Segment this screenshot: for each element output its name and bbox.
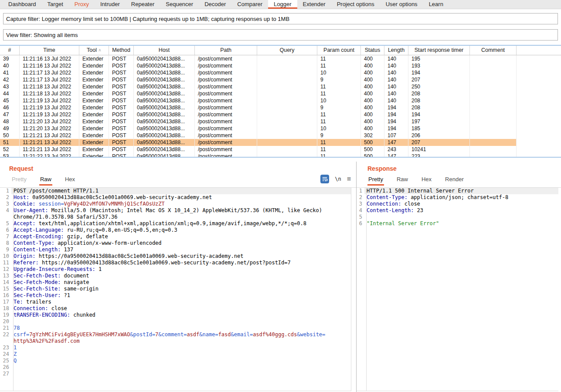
table-row[interactable]: 3911:21:16 13 Jul 2022ExtenderPOST0a9500… <box>0 55 561 62</box>
editor-line: 5 <box>357 214 558 220</box>
column-header-param-count[interactable]: Param count <box>317 46 361 55</box>
logger-table: #TimeTool˄MethodHostPathQueryParam count… <box>0 45 561 158</box>
table-row[interactable]: 4411:21:18 13 Jul 2022ExtenderPOST0a9500… <box>0 90 561 97</box>
column-header--[interactable]: # <box>0 46 20 55</box>
tab-logger[interactable]: Logger <box>268 0 297 9</box>
response-tab-raw[interactable]: Raw <box>396 175 409 186</box>
newline-icon[interactable]: \n <box>335 176 341 182</box>
response-tabs: PrettyRawHexRender <box>367 175 556 186</box>
column-header-comment[interactable]: Comment <box>470 46 517 55</box>
view-filter-bar[interactable]: View filter: Showing all items <box>3 29 558 41</box>
cell-start-response-timer: 206 <box>408 132 470 139</box>
cell--: 44 <box>0 90 20 97</box>
column-header-host[interactable]: Host <box>134 46 195 55</box>
tab-extender[interactable]: Extender <box>297 0 331 9</box>
cell-query <box>257 69 317 76</box>
table-row[interactable]: 5011:21:21 13 Jul 2022ExtenderPOST0a9500… <box>0 132 561 139</box>
line-content: "Internal Server Error" <box>364 220 558 227</box>
editor-line: 27 <box>0 371 351 377</box>
line-number: 20 <box>0 318 11 325</box>
cell-path: /post/comment <box>195 90 257 97</box>
line-number: 4 <box>0 207 11 214</box>
tab-sequencer[interactable]: Sequencer <box>160 0 199 9</box>
tab-dashboard[interactable]: Dashboard <box>3 0 42 9</box>
request-tab-raw[interactable]: Raw <box>39 175 52 186</box>
code-segment: application/json; charset=utf-8 <box>408 194 508 200</box>
table-row[interactable]: 4111:21:17 13 Jul 2022ExtenderPOST0a9500… <box>0 69 561 76</box>
cell-tool: Extender <box>79 90 109 97</box>
cell-filler <box>517 153 561 157</box>
cell-path: /post/comment <box>195 97 257 104</box>
request-tab-pretty[interactable]: Pretty <box>11 175 27 186</box>
table-row[interactable]: 4611:21:19 13 Jul 2022ExtenderPOST0a9500… <box>0 104 561 111</box>
response-tab-render[interactable]: Render <box>444 175 465 186</box>
table-row[interactable]: 4211:21:17 13 Jul 2022ExtenderPOST0a9500… <box>0 76 561 83</box>
table-row[interactable]: 5311:21:22 13 Jul 2022ExtenderPOST0a9500… <box>0 153 561 157</box>
table-row[interactable]: 4511:21:19 13 Jul 2022ExtenderPOST0a9500… <box>0 97 561 104</box>
cell-comment <box>470 104 517 111</box>
line-content: Accept-Encoding: gzip, deflate <box>11 233 351 240</box>
table-row[interactable]: 4711:21:19 13 Jul 2022ExtenderPOST0a9500… <box>0 111 561 118</box>
response-editor[interactable]: 1HTTP/1.1 500 Internal Server Error2Cont… <box>357 188 558 391</box>
tab-learn[interactable]: Learn <box>423 0 449 9</box>
table-row[interactable]: 4311:21:18 13 Jul 2022ExtenderPOST0a9500… <box>0 83 561 90</box>
column-header-start-response-timer[interactable]: Start response timer <box>408 46 470 55</box>
request-editor[interactable]: 1POST /post/comment HTTP/1.12Host: 0a950… <box>0 188 351 391</box>
code-segment: Z <box>14 351 17 357</box>
editor-line: 1HTTP/1.1 500 Internal Server Error <box>357 188 558 194</box>
table-row[interactable]: 4811:21:20 13 Jul 2022ExtenderPOST0a9500… <box>0 118 561 125</box>
capture-filter-bar[interactable]: Capture filter: Logger memory limit set … <box>3 13 558 24</box>
request-panel-title: Request <box>9 165 356 172</box>
cell-host: 0a9500020413d88... <box>134 69 195 76</box>
tab-comparer[interactable]: Comparer <box>231 0 268 9</box>
tab-proxy[interactable]: Proxy <box>69 0 95 9</box>
code-segment: Connection: <box>14 305 48 311</box>
cell-status: 400 <box>361 76 384 83</box>
cell-host: 0a9500020413d88... <box>134 62 195 69</box>
code-segment: &name= <box>199 331 218 338</box>
table-row[interactable]: 4011:21:16 13 Jul 2022ExtenderPOST0a9500… <box>0 62 561 69</box>
table-body: 3911:21:16 13 Jul 2022ExtenderPOST0a9500… <box>0 55 561 157</box>
capture-filter-text: Capture filter: Logger memory limit set … <box>6 16 289 22</box>
code-segment: same-origin <box>61 286 99 292</box>
table-row[interactable]: 5111:21:21 13 Jul 2022ExtenderPOST0a9500… <box>0 139 561 146</box>
tab-user-options[interactable]: User options <box>380 0 423 9</box>
cell-query <box>257 104 317 111</box>
tab-decoder[interactable]: Decoder <box>199 0 231 9</box>
code-segment: VgFWy4D2vMfON7vMNMhjQ1ScfAOsUzZT <box>64 201 165 207</box>
cell-time: 11:21:18 13 Jul 2022 <box>20 83 79 90</box>
column-header-query[interactable]: Query <box>257 46 317 55</box>
line-number: 4 <box>357 207 364 214</box>
cell--: 45 <box>0 97 20 104</box>
line-number: 14 <box>0 279 11 286</box>
table-row[interactable]: 5211:21:21 13 Jul 2022ExtenderPOST0a9500… <box>0 146 561 153</box>
editor-menu-icon[interactable]: ≡ <box>347 176 351 182</box>
code-segment: Chrome/71.0.3578.98 Safari/537.36 <box>14 214 117 220</box>
cell-host: 0a9500020413d88... <box>134 139 195 146</box>
tab-target[interactable]: Target <box>42 0 69 9</box>
tab-intruder[interactable]: Intruder <box>95 0 126 9</box>
cell-comment <box>470 55 517 62</box>
word-wrap-icon[interactable] <box>320 175 329 183</box>
table-row[interactable]: 4911:21:20 13 Jul 2022ExtenderPOST0a9500… <box>0 125 561 132</box>
line-number: 7 <box>0 233 11 240</box>
cell-tool: Extender <box>79 62 109 69</box>
tab-repeater[interactable]: Repeater <box>126 0 160 9</box>
cell-path: /post/comment <box>195 146 257 153</box>
cell-filler <box>517 139 561 146</box>
response-tab-pretty[interactable]: Pretty <box>367 175 384 186</box>
request-tab-hex[interactable]: Hex <box>64 175 76 186</box>
column-header-status[interactable]: Status <box>361 46 384 55</box>
line-number: 5 <box>357 214 364 220</box>
line-content: Connection: close <box>11 305 351 312</box>
column-header-tool[interactable]: Tool˄ <box>79 46 109 55</box>
tab-project-options[interactable]: Project options <box>331 0 380 9</box>
column-header-path[interactable]: Path <box>195 46 257 55</box>
response-tab-hex[interactable]: Hex <box>421 175 432 186</box>
column-header-method[interactable]: Method <box>109 46 134 55</box>
cell-start-response-timer: 10241 <box>408 146 470 153</box>
column-header-time[interactable]: Time <box>20 46 79 55</box>
cell-comment <box>470 125 517 132</box>
cell-method: POST <box>109 62 134 69</box>
column-header-length[interactable]: Length <box>384 46 408 55</box>
